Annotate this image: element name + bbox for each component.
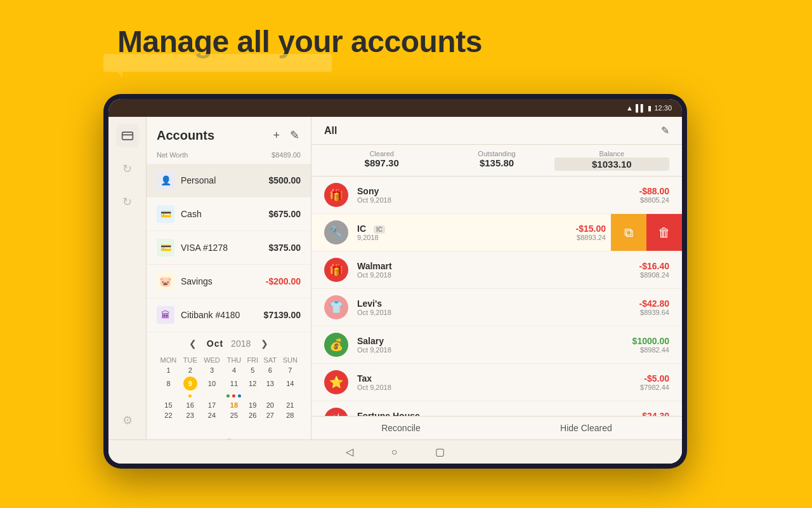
sidebar-icon-accounts[interactable] [116, 124, 139, 147]
cal-day-28[interactable]: 28 [280, 410, 301, 420]
outstanding-col: Outstanding $135.80 [439, 150, 554, 171]
salary-balance: $8982.44 [632, 346, 669, 354]
calendar-prev-button[interactable]: ❮ [187, 337, 199, 350]
tablet-screen: ▲ ▌▌ ▮ 12:30 ↻ ↻ ⚙ [108, 99, 682, 464]
sidebar: ↻ ↻ ⚙ [108, 117, 147, 439]
account-item-citibank[interactable]: 🏛 Citibank #4180 $7139.00 [147, 298, 311, 332]
calendar-next-button[interactable]: ❯ [258, 337, 271, 350]
accounts-title: Accounts [157, 128, 214, 143]
edit-transactions-button[interactable]: ✎ [661, 124, 669, 137]
transaction-ic[interactable]: 🔧 IC IC 9,2018 -$15.00 $8893.24 ⧉ 🗑 [311, 214, 682, 251]
balance-value: $1033.10 [554, 157, 669, 171]
signal-icon: ▌▌ [636, 104, 646, 112]
delete-action-button[interactable]: 🗑 [646, 214, 682, 251]
levis-icon: 👕 [324, 295, 348, 319]
account-item-cash[interactable]: 💳 Cash $675.00 [147, 197, 311, 231]
calendar-week-1: 1 2 3 4 5 6 7 [157, 365, 301, 375]
cal-day-1[interactable]: 1 [157, 365, 180, 375]
tablet-device: ▲ ▌▌ ▮ 12:30 ↻ ↻ ⚙ [103, 94, 687, 469]
cal-day-16[interactable]: 16 [180, 400, 200, 410]
salary-name: Salary [357, 336, 632, 346]
hide-cleared-button[interactable]: Hide Cleared [560, 423, 612, 433]
ic-info: IC IC 9,2018 [357, 224, 576, 241]
nav-home-button[interactable]: ○ [391, 446, 398, 458]
walmart-info: Walmart Oct 9,2018 [357, 261, 639, 279]
cal-day-17[interactable]: 17 [200, 400, 224, 410]
reconcile-button[interactable]: Reconcile [381, 423, 420, 433]
cal-day-6[interactable]: 6 [261, 365, 280, 375]
edit-accounts-button[interactable]: ✎ [289, 127, 301, 144]
cal-day-21[interactable]: 21 [280, 400, 301, 410]
walmart-name: Walmart [357, 261, 639, 271]
tax-date: Oct 9,2018 [357, 384, 640, 391]
salary-icon: 💰 [324, 333, 348, 357]
fortune-name: Fortune House [357, 411, 639, 416]
cal-day-13[interactable]: 13 [261, 375, 280, 392]
cal-day-27[interactable]: 27 [261, 410, 280, 420]
account-item-visa[interactable]: 💳 VISA #1278 $375.00 [147, 231, 311, 265]
account-item-personal[interactable]: 👤 Personal $500.00 [147, 164, 311, 197]
cal-day-4[interactable]: 4 [223, 365, 244, 375]
transaction-tax[interactable]: ⭐ Tax Oct 9,2018 -$5.00 $7982.44 [311, 364, 682, 401]
transaction-levis[interactable]: 👕 Levi's Oct 9,2018 -$42.80 $8939.64 [311, 289, 682, 326]
levis-date: Oct 9,2018 [357, 309, 639, 316]
ic-name: IC IC [357, 224, 576, 234]
sidebar-icon-refresh2[interactable]: ↻ [116, 190, 139, 213]
tax-balance: $7982.44 [640, 384, 669, 391]
ic-icon: 🔧 [324, 220, 348, 244]
transaction-walmart[interactable]: 🎁 Walmart Oct 9,2018 -$16.40 $8908.24 [311, 251, 682, 289]
cal-day-2[interactable]: 2 [180, 365, 200, 375]
swipe-actions: ⧉ 🗑 [611, 214, 682, 251]
transaction-fortune[interactable]: 🍴 Fortune House Oct 9,2018 -$24.30 $7987… [311, 401, 682, 416]
calendar-week-4: 22 23 24 25 26 27 28 [157, 410, 301, 420]
outstanding-label: Outstanding [439, 150, 554, 157]
tax-amounts: -$5.00 $7982.44 [640, 373, 669, 391]
ic-amount: -$15.00 [576, 224, 606, 234]
cal-day-11[interactable]: 11 [223, 375, 244, 392]
copy-action-button[interactable]: ⧉ [611, 214, 646, 251]
sony-amount: -$88.00 [639, 186, 669, 196]
cal-day-9-today[interactable]: 9 [180, 375, 200, 392]
levis-amounts: -$42.80 $8939.64 [639, 298, 669, 316]
walmart-icon: 🎁 [324, 258, 348, 282]
transaction-salary[interactable]: 💰 Salary Oct 9,2018 $1000.00 $8982.44 [311, 326, 682, 364]
cal-day-22[interactable]: 22 [157, 410, 180, 420]
cal-day-7[interactable]: 7 [280, 365, 301, 375]
cal-day-25[interactable]: 25 [223, 410, 244, 420]
cal-day-12[interactable]: 12 [245, 375, 261, 392]
nav-recent-button[interactable]: ▢ [435, 446, 445, 458]
cal-header-sat: SAT [261, 355, 280, 365]
cal-day-20[interactable]: 20 [261, 400, 280, 410]
transaction-sony[interactable]: 🎁 Sony Oct 9,2018 -$88.00 $8805.24 [311, 177, 682, 214]
account-item-savings[interactable]: 🐷 Savings -$200.00 [147, 265, 311, 298]
filter-label: All [324, 125, 337, 137]
sidebar-icon-refresh1[interactable]: ↻ [116, 157, 139, 180]
levis-info: Levi's Oct 9,2018 [357, 298, 639, 316]
personal-name: Personal [181, 175, 262, 185]
visa-name: VISA #1278 [181, 243, 262, 253]
net-worth-value: $8489.00 [272, 151, 301, 159]
add-account-button[interactable]: + [272, 127, 281, 144]
outstanding-value: $135.80 [439, 157, 554, 168]
nav-back-button[interactable]: ◁ [346, 446, 353, 458]
cal-day-8[interactable]: 8 [157, 375, 180, 392]
accounts-header: Accounts + ✎ [147, 117, 311, 149]
cal-day-24[interactable]: 24 [200, 410, 224, 420]
citibank-balance: $7139.00 [264, 310, 301, 320]
cal-day-19[interactable]: 19 [245, 400, 261, 410]
cal-day-23[interactable]: 23 [180, 410, 200, 420]
cal-day-18[interactable]: 18 [223, 400, 244, 410]
cal-day-15[interactable]: 15 [157, 400, 180, 410]
fortune-amount: -$24.30 [639, 411, 669, 416]
visa-icon: 💳 [157, 239, 174, 257]
cal-header-fri: FRI [245, 355, 261, 365]
sidebar-icon-settings[interactable]: ⚙ [116, 409, 139, 432]
cal-day-14[interactable]: 14 [280, 375, 301, 392]
sidebar-bottom-icon[interactable]: ⚙ [218, 431, 240, 439]
cal-day-26[interactable]: 26 [245, 410, 261, 420]
calendar-month: Oct [207, 338, 223, 349]
cal-day-3[interactable]: 3 [200, 365, 224, 375]
bottom-toolbar: Reconcile Hide Cleared [311, 416, 682, 439]
cal-day-5[interactable]: 5 [245, 365, 261, 375]
cal-day-10[interactable]: 10 [200, 375, 224, 392]
